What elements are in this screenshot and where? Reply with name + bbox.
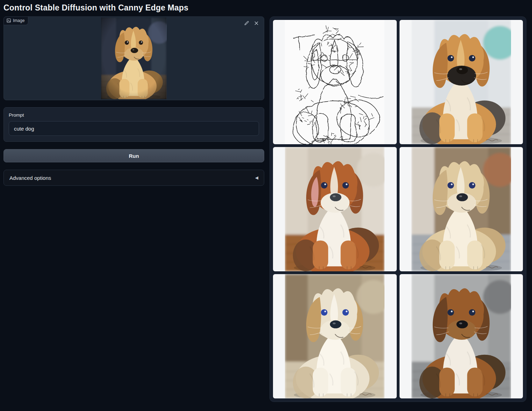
image-action-buttons	[243, 20, 260, 27]
run-button[interactable]: Run	[3, 149, 264, 162]
gallery-item[interactable]	[273, 147, 397, 271]
prompt-label: Prompt	[9, 112, 259, 118]
gallery-item[interactable]	[400, 20, 523, 144]
image-label-text: Image	[13, 18, 24, 23]
image-label: Image	[4, 17, 28, 25]
gallery-item[interactable]	[400, 147, 523, 271]
gallery-item-edge-map[interactable]	[273, 20, 397, 144]
close-icon	[254, 21, 259, 26]
input-image-panel: Image	[3, 16, 264, 100]
advanced-options-label: Advanced options	[9, 175, 51, 181]
prompt-input[interactable]	[9, 121, 259, 136]
gallery-item[interactable]	[273, 274, 397, 398]
prompt-panel: Prompt	[3, 107, 264, 142]
main-layout: Image Prompt Run Adv	[0, 16, 532, 407]
image-icon	[7, 19, 11, 23]
collapse-left-triangle-icon: ◀	[255, 175, 258, 180]
results-gallery	[269, 16, 526, 402]
clear-image-button[interactable]	[253, 20, 260, 27]
pencil-icon	[244, 21, 249, 26]
page-title: Control Stable Diffusion with Canny Edge…	[3, 3, 532, 13]
advanced-options-accordion[interactable]: Advanced options ◀	[3, 170, 264, 186]
edit-image-button[interactable]	[243, 20, 250, 27]
input-image[interactable]	[4, 17, 264, 100]
controls-column: Image Prompt Run Adv	[3, 16, 264, 186]
gallery-item[interactable]	[400, 274, 523, 398]
